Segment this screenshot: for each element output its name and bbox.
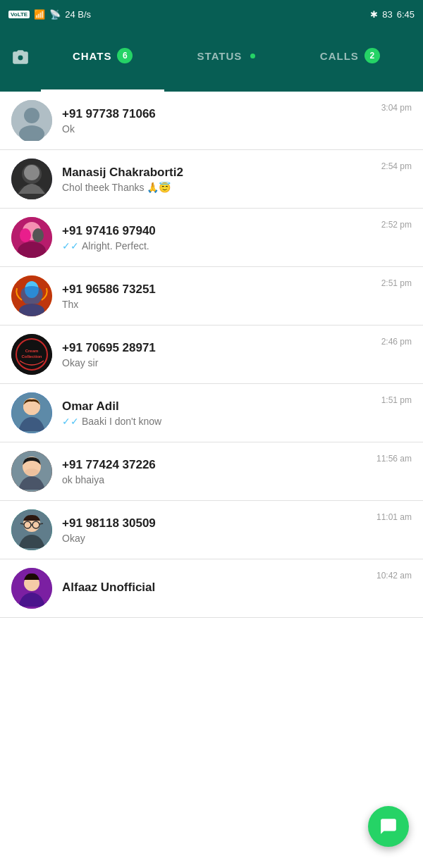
list-item[interactable]: +91 97738 71066 Ok 3:04 pm: [0, 92, 423, 150]
chats-tab-indicator: [41, 89, 164, 92]
chat-message: Okay: [62, 533, 371, 544]
list-item[interactable]: Manasij Chakraborti2 Chol theek Thanks 🙏…: [0, 150, 423, 209]
avatar: [11, 509, 52, 550]
svg-point-1: [24, 108, 39, 123]
chat-time: 2:51 pm: [381, 278, 412, 288]
svg-point-24: [25, 469, 39, 476]
chat-info: Omar Adil ✓✓ Baaki I don't know: [62, 399, 376, 427]
svg-point-9: [20, 228, 31, 242]
status-tab-label: STATUS: [197, 50, 243, 62]
svg-point-6: [24, 165, 39, 180]
status-left: VoLTE 📶 📡 24 B/s: [8, 9, 91, 20]
chat-name: +91 77424 37226: [62, 458, 371, 472]
chat-name: Alfaaz Unofficial: [62, 581, 371, 595]
chat-name: +91 97738 71066: [62, 107, 376, 121]
tabs-container: CHATS 6 STATUS CALLS 2: [41, 28, 412, 92]
chat-message: ✓✓ Alright. Perfect.: [62, 240, 376, 252]
chat-icon: [379, 817, 398, 836]
chat-time: 2:54 pm: [381, 161, 412, 171]
calls-tab-label: CALLS: [320, 50, 359, 62]
volte-badge: VoLTE: [8, 11, 30, 18]
data-speed: 24 B/s: [65, 9, 91, 20]
chat-name: +91 97416 97940: [62, 224, 376, 238]
camera-button[interactable]: [11, 49, 30, 71]
chat-message: Okay sir: [62, 357, 376, 368]
chat-info: +91 70695 28971 Okay sir: [62, 341, 376, 368]
chats-badge: 6: [117, 48, 133, 63]
chat-message: Chol theek Thanks 🙏😇: [62, 182, 376, 193]
chat-time: 2:52 pm: [381, 220, 412, 230]
status-right: ✱ 83 6:45: [370, 9, 415, 20]
svg-text:Collection: Collection: [21, 354, 42, 359]
chat-name: +91 98118 30509: [62, 516, 371, 531]
chat-time: 2:46 pm: [381, 337, 412, 347]
chat-time: 3:04 pm: [381, 103, 412, 113]
status-bar: VoLTE 📶 📡 24 B/s ✱ 83 6:45: [0, 0, 423, 28]
calls-badge: 2: [364, 48, 380, 63]
chat-info: +91 98118 30509 Okay: [62, 516, 371, 544]
bluetooth-icon: ✱: [370, 9, 378, 20]
wifi-icon: 📡: [49, 9, 61, 20]
time-display: 6:45: [397, 9, 415, 20]
avatar: [11, 568, 52, 609]
status-dot: [250, 54, 255, 58]
tab-chats[interactable]: CHATS 6: [41, 28, 164, 92]
chat-info: +91 77424 37226 ok bhaiya: [62, 458, 371, 485]
list-item[interactable]: Cream Collection +91 70695 28971 Okay si…: [0, 326, 423, 384]
chats-tab-label: CHATS: [73, 50, 112, 62]
chat-info: Alfaaz Unofficial: [62, 581, 371, 597]
list-item[interactable]: +91 96586 73251 Thx 2:51 pm: [0, 267, 423, 326]
chat-name: Manasij Chakraborti2: [62, 166, 376, 180]
svg-text:Cream: Cream: [25, 349, 39, 353]
chat-time: 11:01 am: [376, 512, 412, 522]
list-item[interactable]: Alfaaz Unofficial 10:42 am: [0, 559, 423, 618]
chat-message: Ok: [62, 123, 376, 135]
double-tick-icon: ✓✓: [62, 416, 79, 427]
signal-icon: 📶: [34, 9, 45, 20]
chat-info: +91 97416 97940 ✓✓ Alright. Perfect.: [62, 224, 376, 252]
avatar: [11, 392, 52, 433]
avatar: [11, 100, 52, 141]
battery-level: 83: [382, 9, 392, 20]
chat-message: ✓✓ Baaki I don't know: [62, 416, 376, 427]
chat-name: Omar Adil: [62, 399, 376, 414]
chat-time: 10:42 am: [376, 571, 412, 581]
chat-time: 11:56 am: [376, 454, 412, 464]
list-item[interactable]: +91 97416 97940 ✓✓ Alright. Perfect. 2:5…: [0, 209, 423, 267]
list-item[interactable]: +91 98118 30509 Okay 11:01 am: [0, 501, 423, 559]
list-item[interactable]: Omar Adil ✓✓ Baaki I don't know 1:51 pm: [0, 384, 423, 442]
chat-info: +91 96586 73251 Thx: [62, 283, 376, 310]
chat-list: +91 97738 71066 Ok 3:04 pm Manasij Chakr…: [0, 92, 423, 868]
chat-message: ok bhaiya: [62, 474, 371, 485]
svg-point-10: [32, 228, 44, 242]
chat-info: Manasij Chakraborti2 Chol theek Thanks 🙏…: [62, 166, 376, 193]
tab-calls[interactable]: CALLS 2: [288, 28, 412, 92]
list-item[interactable]: +91 77424 37226 ok bhaiya 11:56 am: [0, 442, 423, 501]
avatar: [11, 217, 52, 258]
avatar: [11, 275, 52, 316]
chat-info: +91 97738 71066 Ok: [62, 107, 376, 135]
chat-name: +91 96586 73251: [62, 283, 376, 297]
chat-message: Thx: [62, 299, 376, 310]
new-chat-fab[interactable]: [368, 806, 409, 847]
avatar: [11, 159, 52, 199]
double-tick-icon: ✓✓: [62, 240, 79, 252]
svg-line-30: [20, 523, 24, 524]
avatar: Cream Collection: [11, 334, 52, 375]
svg-line-31: [39, 523, 43, 524]
chat-name: +91 70695 28971: [62, 341, 376, 355]
chat-time: 1:51 pm: [381, 395, 412, 405]
avatar: [11, 451, 52, 492]
tab-status[interactable]: STATUS: [164, 28, 288, 92]
app-bar: CHATS 6 STATUS CALLS 2: [0, 28, 423, 92]
